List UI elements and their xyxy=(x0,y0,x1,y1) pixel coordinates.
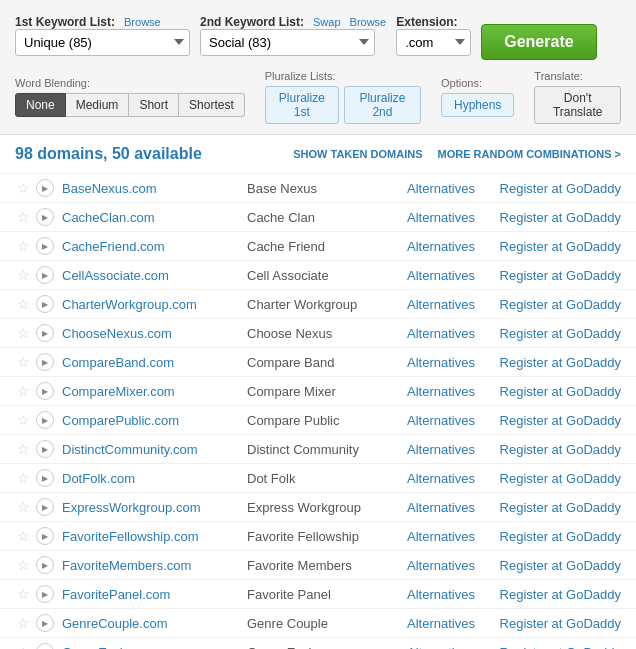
alternatives-link[interactable]: Alternatives xyxy=(407,500,497,515)
alternatives-link[interactable]: Alternatives xyxy=(407,442,497,457)
dont-translate-button[interactable]: Don't Translate xyxy=(534,86,621,124)
favorite-icon[interactable]: ☆ xyxy=(15,644,31,649)
favorite-icon[interactable]: ☆ xyxy=(15,412,31,428)
alternatives-link[interactable]: Alternatives xyxy=(407,181,497,196)
favorite-icon[interactable]: ☆ xyxy=(15,180,31,196)
register-link[interactable]: Register at GoDaddy xyxy=(497,210,621,225)
alternatives-link[interactable]: Alternatives xyxy=(407,413,497,428)
favorite-icon[interactable]: ☆ xyxy=(15,296,31,312)
domain-url[interactable]: DistinctCommunity.com xyxy=(62,442,247,457)
favorite-icon[interactable]: ☆ xyxy=(15,209,31,225)
domain-url[interactable]: FavoriteMembers.com xyxy=(62,558,247,573)
domain-url[interactable]: CharterWorkgroup.com xyxy=(62,297,247,312)
domain-url[interactable]: ComparePublic.com xyxy=(62,413,247,428)
domain-url[interactable]: FavoritePanel.com xyxy=(62,587,247,602)
register-link[interactable]: Register at GoDaddy xyxy=(497,384,621,399)
kw2-browse-link[interactable]: Browse xyxy=(350,16,387,28)
domain-url[interactable]: CompareMixer.com xyxy=(62,384,247,399)
register-link[interactable]: Register at GoDaddy xyxy=(497,268,621,283)
register-link[interactable]: Register at GoDaddy xyxy=(497,326,621,341)
blend-short-button[interactable]: Short xyxy=(129,93,179,117)
register-link[interactable]: Register at GoDaddy xyxy=(497,500,621,515)
register-link[interactable]: Register at GoDaddy xyxy=(497,239,621,254)
play-icon[interactable]: ▶ xyxy=(36,324,54,342)
blend-shortest-button[interactable]: Shortest xyxy=(179,93,245,117)
domain-url[interactable]: CacheFriend.com xyxy=(62,239,247,254)
play-icon[interactable]: ▶ xyxy=(36,353,54,371)
register-link[interactable]: Register at GoDaddy xyxy=(497,413,621,428)
pluralize-1st-button[interactable]: Pluralize 1st xyxy=(265,86,339,124)
show-taken-link[interactable]: SHOW TAKEN DOMAINS xyxy=(293,148,422,160)
blend-none-button[interactable]: None xyxy=(15,93,66,117)
register-link[interactable]: Register at GoDaddy xyxy=(497,645,621,650)
register-link[interactable]: Register at GoDaddy xyxy=(497,558,621,573)
favorite-icon[interactable]: ☆ xyxy=(15,586,31,602)
play-icon[interactable]: ▶ xyxy=(36,643,54,649)
alternatives-link[interactable]: Alternatives xyxy=(407,558,497,573)
kw2-select[interactable]: Social (83) xyxy=(200,29,375,56)
register-link[interactable]: Register at GoDaddy xyxy=(497,181,621,196)
domain-url[interactable]: BaseNexus.com xyxy=(62,181,247,196)
alternatives-link[interactable]: Alternatives xyxy=(407,471,497,486)
domain-url[interactable]: DotFolk.com xyxy=(62,471,247,486)
alternatives-link[interactable]: Alternatives xyxy=(407,384,497,399)
alternatives-link[interactable]: Alternatives xyxy=(407,239,497,254)
alternatives-link[interactable]: Alternatives xyxy=(407,268,497,283)
generate-button[interactable]: Generate xyxy=(481,24,596,60)
favorite-icon[interactable]: ☆ xyxy=(15,354,31,370)
domain-url[interactable]: FavoriteFellowship.com xyxy=(62,529,247,544)
favorite-icon[interactable]: ☆ xyxy=(15,615,31,631)
kw1-select[interactable]: Unique (85) xyxy=(15,29,190,56)
register-link[interactable]: Register at GoDaddy xyxy=(497,587,621,602)
domain-url[interactable]: ChooseNexus.com xyxy=(62,326,247,341)
alternatives-link[interactable]: Alternatives xyxy=(407,297,497,312)
register-link[interactable]: Register at GoDaddy xyxy=(497,297,621,312)
alternatives-link[interactable]: Alternatives xyxy=(407,326,497,341)
register-link[interactable]: Register at GoDaddy xyxy=(497,442,621,457)
domain-url[interactable]: CompareBand.com xyxy=(62,355,247,370)
ext-select[interactable]: .com xyxy=(396,29,471,56)
alternatives-link[interactable]: Alternatives xyxy=(407,645,497,650)
domain-url[interactable]: GenreCouple.com xyxy=(62,616,247,631)
play-icon[interactable]: ▶ xyxy=(36,585,54,603)
register-link[interactable]: Register at GoDaddy xyxy=(497,616,621,631)
favorite-icon[interactable]: ☆ xyxy=(15,238,31,254)
play-icon[interactable]: ▶ xyxy=(36,469,54,487)
play-icon[interactable]: ▶ xyxy=(36,498,54,516)
play-icon[interactable]: ▶ xyxy=(36,208,54,226)
favorite-icon[interactable]: ☆ xyxy=(15,528,31,544)
alternatives-link[interactable]: Alternatives xyxy=(407,355,497,370)
favorite-icon[interactable]: ☆ xyxy=(15,557,31,573)
blend-medium-button[interactable]: Medium xyxy=(66,93,130,117)
domain-url[interactable]: ExpressWorkgroup.com xyxy=(62,500,247,515)
play-icon[interactable]: ▶ xyxy=(36,614,54,632)
favorite-icon[interactable]: ☆ xyxy=(15,470,31,486)
pluralize-2nd-button[interactable]: Pluralize 2nd xyxy=(344,86,421,124)
domain-url[interactable]: CellAssociate.com xyxy=(62,268,247,283)
domain-url[interactable]: CacheClan.com xyxy=(62,210,247,225)
favorite-icon[interactable]: ☆ xyxy=(15,325,31,341)
kw1-browse-link[interactable]: Browse xyxy=(124,16,161,28)
alternatives-link[interactable]: Alternatives xyxy=(407,210,497,225)
alternatives-link[interactable]: Alternatives xyxy=(407,616,497,631)
play-icon[interactable]: ▶ xyxy=(36,382,54,400)
play-icon[interactable]: ▶ xyxy=(36,266,54,284)
alternatives-link[interactable]: Alternatives xyxy=(407,529,497,544)
register-link[interactable]: Register at GoDaddy xyxy=(497,355,621,370)
play-icon[interactable]: ▶ xyxy=(36,295,54,313)
play-icon[interactable]: ▶ xyxy=(36,411,54,429)
alternatives-link[interactable]: Alternatives xyxy=(407,587,497,602)
favorite-icon[interactable]: ☆ xyxy=(15,441,31,457)
play-icon[interactable]: ▶ xyxy=(36,440,54,458)
kw2-swap-link[interactable]: Swap xyxy=(313,16,341,28)
favorite-icon[interactable]: ☆ xyxy=(15,499,31,515)
play-icon[interactable]: ▶ xyxy=(36,179,54,197)
hyphens-button[interactable]: Hyphens xyxy=(441,93,514,117)
register-link[interactable]: Register at GoDaddy xyxy=(497,471,621,486)
register-link[interactable]: Register at GoDaddy xyxy=(497,529,621,544)
favorite-icon[interactable]: ☆ xyxy=(15,383,31,399)
more-random-link[interactable]: MORE RANDOM COMBINATIONS > xyxy=(438,148,621,160)
domain-url[interactable]: GenreExchange.com xyxy=(62,645,247,650)
play-icon[interactable]: ▶ xyxy=(36,237,54,255)
play-icon[interactable]: ▶ xyxy=(36,556,54,574)
